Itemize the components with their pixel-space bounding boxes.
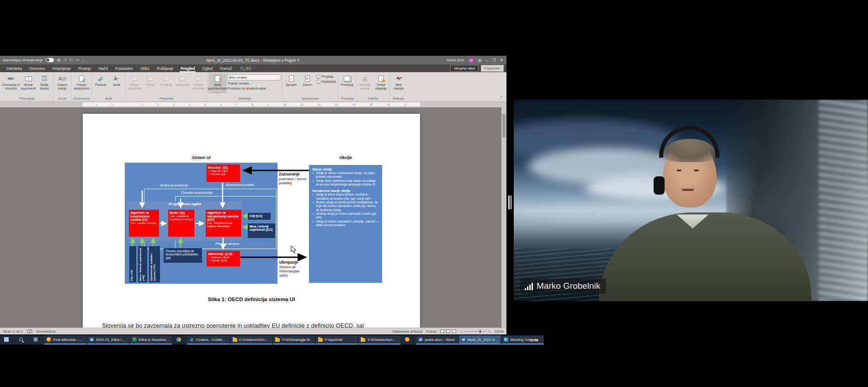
ribbon-tab[interactable]: Datoteka [3, 64, 26, 72]
ruler-number: 9 [267, 103, 269, 106]
taskbar-item-label: Post Attendee - Zoo... [53, 338, 84, 342]
new-comment-button[interactable]: Nova pripomba [127, 73, 142, 90]
okolje-label: Okolje [309, 155, 382, 160]
minimize-icon[interactable]: – [485, 58, 488, 63]
taskbar-item[interactable]: potek.docx - Word [416, 335, 458, 345]
ribbon-display-options-icon[interactable]: ⊞ [478, 58, 482, 63]
ribbon-tab[interactable]: Pomoč [216, 64, 235, 72]
thesaurus-icon [25, 76, 32, 81]
focus-button[interactable]: Fokus [426, 329, 437, 334]
undo-icon[interactable]: ↺ [64, 58, 67, 62]
ribbon-tab[interactable]: Postavitev [112, 64, 137, 72]
taskbar-item[interactable] [173, 335, 186, 345]
spelling-button[interactable]: abc Črkovanje in slovnica [2, 73, 20, 90]
account-avatar[interactable]: SZ [469, 58, 474, 63]
ribbon-tab[interactable]: Vstavljanje [48, 64, 75, 72]
taskbar-item[interactable] [15, 335, 29, 345]
ribbon-tab[interactable]: Ogled [198, 64, 216, 72]
taskbar-item-label: NpAI_SI_2021-02-01_... [468, 338, 499, 342]
web-layout-icon[interactable] [452, 329, 456, 333]
reject-change-button[interactable]: Zavrni [299, 73, 315, 87]
ruler[interactable]: 211234567891011121314151617 [0, 101, 506, 107]
webcam-video: Marko Grobelnik [514, 100, 868, 301]
ruler-number: 2 [157, 103, 159, 106]
share-button[interactable]: Skupna raba [450, 65, 478, 72]
search-label: Išči [245, 66, 251, 71]
tell-me-search[interactable]: Išči [240, 66, 251, 71]
taskbar-item[interactable]: Etika in človekove pr... [130, 335, 172, 345]
ribbon-tab[interactable]: Risanje [75, 64, 95, 72]
taskbar-item[interactable]: NpAI_SI_2021-02-01_... [459, 335, 501, 345]
word-count-button[interactable]: 123 Štetje besed [37, 73, 52, 90]
autosave-toggle[interactable] [46, 58, 54, 62]
taskbar-item[interactable]: Y:\SI\Strategija AI [273, 335, 315, 345]
display-settings-button[interactable]: Nastavitve prikaza [392, 329, 422, 334]
taskbar-item[interactable]: Post Attendee - Zoo... [44, 335, 86, 345]
window-edge-handle[interactable] [508, 196, 512, 209]
comments-button[interactable]: Pripombe [481, 65, 504, 72]
proofing-icon[interactable] [27, 329, 32, 333]
show-markup-dropdown[interactable]: Pokaži oznako⌄ [227, 81, 281, 85]
taskbar-item[interactable]: 2021-01_Etika in UI – ... [87, 335, 129, 345]
delete-comment-button[interactable]: Izbriši [143, 73, 158, 87]
taskbar-item[interactable] [30, 335, 43, 345]
headphones-earcup [654, 176, 665, 195]
check-accessibility-button[interactable]: Preveri dostopnost [72, 73, 91, 90]
restore-icon[interactable]: ❐ [492, 58, 495, 63]
compare-button[interactable]: Primerjaj [339, 73, 355, 87]
document-page[interactable]: Sistem UI Okolje Strojno procesiranje Čl… [83, 114, 420, 328]
zoom-out-icon[interactable]: – [460, 329, 462, 334]
zoom-in-icon[interactable]: + [488, 329, 490, 334]
next-comment-button[interactable]: Naslednja [175, 73, 190, 87]
previous-comment-button[interactable]: Prejšnja [159, 73, 174, 87]
previous-change-button[interactable]: Prejšnja [315, 74, 337, 79]
ribbon-group-dostopnost: Preveri dostopnost Dostopnost [71, 73, 91, 101]
close-icon[interactable]: ✕ [500, 58, 503, 63]
zoom-level[interactable]: 160% [495, 329, 504, 334]
read-mode-icon[interactable] [440, 329, 444, 333]
ribbon-tab[interactable]: Sklici [137, 64, 153, 72]
taskbar-item[interactable]: Y:\opomnik [316, 335, 358, 345]
ribbon-group-rokopis: ✎ Skrij rokopis Rokopis [390, 73, 407, 101]
reviewing-pane-dropdown[interactable]: Podokno za pregledovanje⌄ [227, 86, 281, 90]
print-layout-icon[interactable] [446, 329, 450, 333]
ribbon-tab[interactable]: Načrt [95, 64, 112, 72]
translate-button[interactable]: až Prevedi [93, 73, 108, 87]
scrollbar-thumb[interactable] [502, 114, 506, 138]
thesaurus-button[interactable]: Slovar sopomenk [21, 73, 36, 90]
hide-ink-button[interactable]: ✎ Skrij rokopis [391, 73, 406, 90]
clock[interactable]: 11:06 [524, 335, 544, 345]
block-authors-button[interactable]: Blokiraj avtorje [357, 73, 373, 90]
customize-qat-icon[interactable]: ≔ ⌄ [76, 58, 85, 62]
zoom-thumb[interactable] [479, 330, 481, 333]
track-changes-button[interactable]: Sledi spremembam ⌄ [208, 73, 227, 94]
taskbar-item[interactable]: Codeks - Codeks - M... [187, 335, 229, 345]
ribbon-tab[interactable]: Pregled [177, 64, 198, 72]
taskbar-item[interactable]: C:\Osebno\ZorcS77\... [230, 335, 272, 345]
taskbar-item[interactable] [0, 335, 14, 345]
redo-icon[interactable]: ↻ [69, 58, 73, 62]
markup-mode-dropdown[interactable]: Brez oznake⌄ [227, 74, 281, 80]
account-name[interactable]: Samo Zorc [447, 58, 464, 62]
oecd-diagram: Sistem UI Okolje Strojno procesiranje Čl… [124, 159, 380, 293]
ribbon-tab[interactable]: Pošiljanje [153, 64, 177, 72]
taskbar-item[interactable]: Y:\SI\delavnice\Etika... [358, 335, 400, 345]
language-indicator[interactable]: slovenščina [37, 329, 56, 334]
taskbar-item[interactable] [401, 335, 415, 345]
next-change-button[interactable]: Naslednja [315, 80, 337, 84]
algoritem-konstruiranje-box: Algoritem za konstruiranje modela (§4) (… [129, 210, 159, 237]
language-button[interactable]: A⌐ Jezik [109, 73, 124, 87]
show-comments-button[interactable]: Pokaži pripombe [191, 73, 206, 90]
collapse-ribbon-icon[interactable]: ⌃ [500, 95, 503, 100]
zoom-slider[interactable]: – + [460, 329, 490, 334]
accept-change-button[interactable]: Sprejmi [283, 73, 299, 87]
vertical-scrollbar[interactable] [501, 107, 506, 328]
page-indicator[interactable]: Stran 1 od 1 [3, 329, 23, 334]
ribbon-tab[interactable]: Osnovno [26, 64, 48, 72]
read-aloud-button[interactable]: A))) Glasno branje [54, 73, 70, 90]
previous-comment-icon [163, 76, 170, 81]
save-icon[interactable]: ▣ [57, 58, 61, 62]
ruler-number: 3 [173, 103, 174, 106]
restrict-editing-button[interactable]: Omeji urejanje [373, 73, 389, 90]
delete-comment-icon [147, 76, 154, 81]
